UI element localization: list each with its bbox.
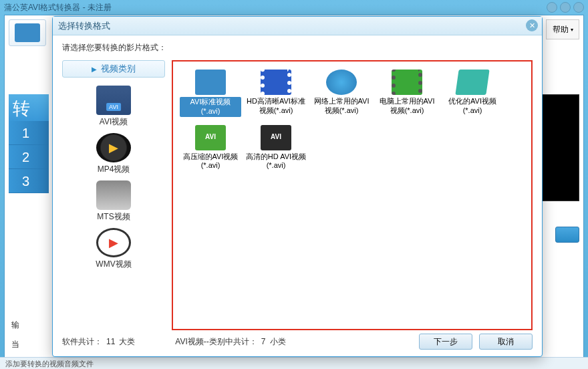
category-item-0[interactable]: AVI视频 xyxy=(62,83,165,129)
help-button[interactable]: 帮助 xyxy=(546,19,579,39)
format-dialog: 选择转换格式 ✕ 请选择您要转换的影片格式： 视频类别 AVI视频MP4视频MT… xyxy=(52,16,543,357)
main-title-bar: 蒲公英AVI格式转换器 - 未注册 xyxy=(0,0,588,15)
step-3[interactable]: 3 xyxy=(9,169,49,193)
big-cat-label: 大类 xyxy=(119,336,135,348)
format-label: AVI标准视频(*.avi) xyxy=(180,97,241,117)
format-icon xyxy=(261,125,291,150)
format-icon xyxy=(326,70,357,95)
format-item-5[interactable]: 高压缩的AVI视频(*.avi) xyxy=(178,122,243,174)
category-icon xyxy=(96,228,131,257)
format-label: HD高清晰AVI标准视频(*.avi) xyxy=(247,97,305,114)
category-label: MP4视频 xyxy=(62,164,165,175)
format-label: 电脑上常用的AVI视频(*.avi) xyxy=(380,97,435,114)
format-icon xyxy=(195,70,226,95)
category-icon xyxy=(96,180,131,210)
close-button[interactable] xyxy=(573,2,584,13)
category-icon xyxy=(96,133,131,162)
current-label: 当 xyxy=(11,339,19,350)
format-label: 高压缩的AVI视频(*.avi) xyxy=(183,152,239,170)
format-item-4[interactable]: 优化的AVI视频(*.avi) xyxy=(440,67,504,120)
format-item-0[interactable]: AVI标准视频(*.avi) xyxy=(178,67,243,120)
format-label: 高清的HD AVI视频(*.avi) xyxy=(246,152,306,170)
format-icon xyxy=(455,70,489,95)
status-bar: 添加要转换的视频音频文件 xyxy=(0,357,588,369)
format-item-3[interactable]: 电脑上常用的AVI视频(*.avi) xyxy=(375,67,439,120)
output-label: 输 xyxy=(11,320,19,331)
cat-count: 7 xyxy=(261,337,266,346)
category-icon xyxy=(96,86,131,115)
maximize-button[interactable] xyxy=(560,2,571,13)
format-item-1[interactable]: HD高清晰AVI标准视频(*.avi) xyxy=(244,67,308,120)
cat-count-label: AVI视频--类别中共计： xyxy=(175,336,257,348)
category-label: AVI视频 xyxy=(62,116,165,128)
dialog-close-button[interactable]: ✕ xyxy=(526,19,538,31)
next-button[interactable]: 下一步 xyxy=(419,334,472,350)
category-item-2[interactable]: MTS视频 xyxy=(62,178,165,224)
category-item-3[interactable]: WMV视频 xyxy=(62,225,165,271)
format-label: 优化的AVI视频(*.avi) xyxy=(448,97,496,114)
category-label: MTS视频 xyxy=(62,211,165,223)
step-1[interactable]: 1 xyxy=(9,121,49,145)
minimize-button[interactable] xyxy=(547,2,557,13)
cancel-button[interactable]: 取消 xyxy=(479,334,533,350)
open-folder-button[interactable] xyxy=(555,227,579,243)
format-label: 网络上常用的AVI视频(*.avi) xyxy=(314,97,370,114)
soft-count: 11 xyxy=(106,337,115,346)
convert-banner: 转 xyxy=(9,94,49,121)
file-icon xyxy=(15,23,40,42)
dialog-title: 选择转换格式 xyxy=(58,20,110,32)
preview-panel xyxy=(539,94,579,201)
dialog-prompt: 请选择您要转换的影片格式： xyxy=(62,42,533,53)
dialog-title-bar: 选择转换格式 ✕ xyxy=(53,17,542,35)
format-icon xyxy=(195,125,226,150)
category-label: WMV视频 xyxy=(62,259,165,270)
add-file-button[interactable] xyxy=(9,19,46,46)
category-header[interactable]: 视频类别 xyxy=(62,60,165,78)
format-panel: AVI标准视频(*.avi)HD高清晰AVI标准视频(*.avi)网络上常用的A… xyxy=(172,60,533,330)
category-item-1[interactable]: MP4视频 xyxy=(62,130,165,176)
format-icon xyxy=(261,70,291,95)
small-cat-label: 小类 xyxy=(270,336,286,348)
soft-count-label: 软件共计： xyxy=(62,336,102,348)
format-item-6[interactable]: 高清的HD AVI视频(*.avi) xyxy=(244,122,308,174)
format-icon xyxy=(392,70,422,95)
step-2[interactable]: 2 xyxy=(9,145,49,169)
main-title: 蒲公英AVI格式转换器 - 未注册 xyxy=(4,2,112,13)
format-item-2[interactable]: 网络上常用的AVI视频(*.avi) xyxy=(309,67,374,120)
